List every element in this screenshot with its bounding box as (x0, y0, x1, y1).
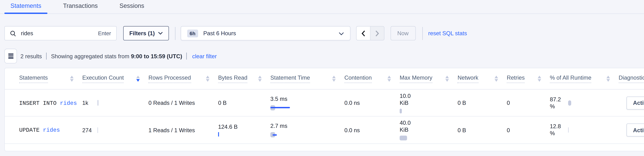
contention-cell: 0.0 ns (344, 100, 400, 106)
previous-time-window-button[interactable] (356, 26, 370, 40)
sort-desc-icon[interactable] (136, 75, 140, 82)
max-memory-bar (400, 136, 407, 141)
execution-count-cell: 274 (82, 127, 148, 133)
col-header-retries[interactable]: Retries (507, 74, 550, 83)
sort-icon[interactable] (446, 75, 449, 82)
col-header-execution-count[interactable]: Execution Count (82, 74, 148, 83)
pct-runtime-cell: 12.8 % (550, 123, 619, 137)
diagnostics-cell: Activate (619, 124, 644, 137)
results-range-text: Showing aggregated stats from 9:00 to 15… (51, 53, 182, 59)
results-bar: 2 results Showing aggregated stats from … (4, 49, 217, 64)
sort-icon[interactable] (606, 75, 610, 82)
now-button[interactable]: Now (390, 26, 416, 40)
table-row: INSERT INTO rides 1k 0 Reads / 1 Writes … (5, 90, 644, 117)
table-row: UPDATE rides 274 1 Reads / 1 Writes 124.… (5, 117, 644, 144)
time-window-stepper (356, 26, 384, 40)
max-memory-bar (400, 108, 402, 113)
now-button-label: Now (397, 30, 408, 36)
col-header-rows-processed[interactable]: Rows Processed (148, 74, 218, 83)
execution-count-cell: 1k (82, 100, 148, 106)
col-header-max-memory[interactable]: Max Memory (400, 74, 458, 83)
table-header-row: Statements Execution Count Rows Processe… (5, 68, 644, 90)
col-header-diagnostics[interactable]: Diagnostics (619, 74, 644, 83)
statement-link[interactable]: rides (60, 100, 77, 106)
execution-count-bar (98, 100, 98, 106)
search-icon (10, 30, 16, 36)
tab-transactions[interactable]: Transactions (57, 0, 104, 14)
network-cell: 0 B (458, 127, 507, 133)
statement-time-mean-bar (272, 134, 277, 136)
max-memory-cell: 10.0 KiB (400, 92, 458, 113)
results-divider (186, 53, 187, 60)
col-header-network[interactable]: Network (458, 74, 507, 83)
list-icon (8, 53, 14, 59)
bytes-read-bar (218, 132, 219, 137)
tab-bar: Statements Transactions Sessions (0, 0, 644, 14)
tab-sessions[interactable]: Sessions (113, 0, 150, 14)
search-enter-hint: Enter (98, 30, 111, 36)
column-selector-button[interactable] (4, 49, 17, 64)
statements-page: Statements Transactions Sessions Enter F… (0, 0, 644, 156)
tab-statements-label: Statements (10, 2, 41, 9)
activate-diagnostics-button[interactable]: Activate (626, 96, 644, 109)
clear-filter-link[interactable]: clear filter (192, 53, 217, 59)
statement-time-cell: 2.7 ms (270, 123, 344, 137)
sort-icon[interactable] (494, 75, 498, 82)
col-header-pct-of-all-runtime[interactable]: % of All Runtime (550, 74, 619, 83)
network-cell: 0 B (458, 100, 507, 106)
sort-icon[interactable] (206, 75, 210, 82)
rows-processed-cell: 1 Reads / 1 Writes (148, 127, 218, 133)
filters-button-label: Filters (1) (129, 30, 155, 36)
sort-icon[interactable] (388, 75, 391, 82)
search-box[interactable]: Enter (4, 26, 117, 40)
sort-icon[interactable] (332, 75, 336, 82)
statement-cell[interactable]: INSERT INTO rides (19, 99, 82, 106)
pct-runtime-bar (568, 127, 568, 133)
max-memory-cell: 40.0 KiB (400, 120, 458, 141)
retries-cell: 0 (507, 100, 550, 106)
sort-icon[interactable] (258, 75, 262, 82)
controls-divider (422, 27, 422, 40)
statement-time-bar (270, 132, 296, 138)
controls-divider (175, 27, 175, 40)
statement-cell[interactable]: UPDATE rides (19, 127, 82, 134)
statement-link[interactable]: rides (43, 127, 60, 134)
next-time-window-button[interactable] (370, 26, 384, 40)
rows-processed-cell: 0 Reads / 1 Writes (148, 100, 218, 106)
col-header-statement-time[interactable]: Statement Time (270, 74, 344, 83)
pct-runtime-cell: 87.2 % (550, 96, 619, 110)
tab-statements[interactable]: Statements (4, 0, 48, 14)
sort-icon[interactable] (70, 75, 74, 82)
statement-time-bar (270, 105, 296, 110)
pct-runtime-bar (568, 100, 571, 106)
tab-sessions-label: Sessions (120, 2, 144, 9)
time-range-dropdown[interactable]: 6h Past 6 Hours (180, 26, 350, 40)
time-range-badge: 6h (187, 29, 198, 37)
active-tab-indicator (4, 12, 48, 14)
chevron-down-icon (338, 29, 344, 37)
col-header-statements[interactable]: Statements (19, 74, 82, 83)
col-header-bytes-read[interactable]: Bytes Read (218, 74, 270, 83)
search-input[interactable] (20, 30, 98, 37)
time-range-label: Past 6 Hours (203, 30, 338, 36)
tab-transactions-label: Transactions (63, 2, 98, 9)
bytes-read-cell: 0 B (218, 99, 270, 106)
chevron-down-icon (158, 32, 162, 35)
diagnostics-cell: Activate (619, 96, 644, 109)
bytes-read-cell: 124.6 B (218, 124, 270, 137)
retries-cell: 0 (507, 127, 550, 133)
contention-cell: 0.0 ns (344, 127, 400, 133)
statement-time-mean-bar (270, 107, 290, 108)
statement-time-cell: 3.5 ms (270, 95, 344, 110)
statements-table-card: Statements Execution Count Rows Processe… (4, 68, 644, 151)
results-divider (46, 53, 47, 60)
controls-row: Enter Filters (1) 6h Past 6 Hours (4, 26, 467, 40)
activate-diagnostics-button[interactable]: Activate (626, 124, 644, 137)
results-range-strong: 9:00 to 15:59 (UTC) (131, 53, 182, 59)
reset-sql-stats-link[interactable]: reset SQL stats (428, 30, 467, 36)
sort-icon[interactable] (538, 75, 541, 82)
filters-button[interactable]: Filters (1) (123, 26, 169, 40)
col-header-contention[interactable]: Contention (344, 74, 400, 83)
results-count: 2 results (20, 53, 42, 59)
execution-count-bar (98, 127, 98, 133)
